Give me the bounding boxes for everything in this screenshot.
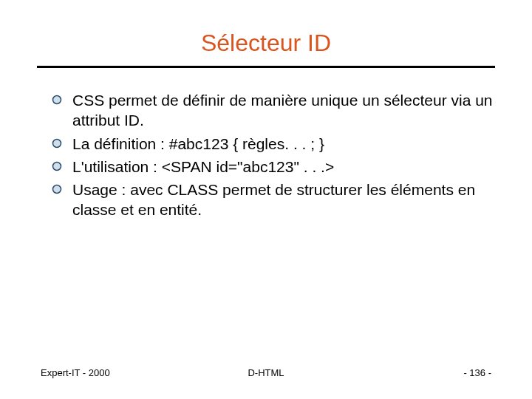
content-area: CSS permet de définir de manière unique …	[37, 90, 495, 220]
list-item-text: CSS permet de définir de manière unique …	[72, 90, 495, 131]
title-rule	[37, 66, 495, 68]
footer: Expert-IT - 2000 D-HTML - 136 -	[0, 367, 532, 378]
bullet-icon	[52, 138, 62, 149]
svg-point-2	[53, 162, 61, 170]
bullet-icon	[52, 161, 62, 171]
slide: Sélecteur ID CSS permet de définir de ma…	[0, 0, 532, 399]
footer-center: D-HTML	[248, 367, 284, 378]
list-item-text: La définition : #abc123 { règles. . . ; …	[72, 134, 324, 154]
footer-left: Expert-IT - 2000	[41, 367, 110, 378]
list-item: CSS permet de définir de manière unique …	[52, 90, 495, 131]
bullet-icon	[52, 95, 62, 105]
footer-right: - 136 -	[463, 367, 491, 378]
list-item-text: Usage : avec CLASS permet de structurer …	[72, 180, 495, 220]
list-item: Usage : avec CLASS permet de structurer …	[52, 180, 495, 220]
slide-title: Sélecteur ID	[37, 30, 495, 57]
svg-point-1	[53, 139, 61, 147]
list-item: La définition : #abc123 { règles. . . ; …	[52, 134, 495, 154]
list-item-text: L'utilisation : <SPAN id="abc123" . . .>	[72, 157, 334, 177]
svg-point-0	[53, 96, 61, 104]
svg-point-3	[53, 185, 61, 194]
bullet-icon	[52, 184, 62, 194]
list-item: L'utilisation : <SPAN id="abc123" . . .>	[52, 157, 495, 177]
